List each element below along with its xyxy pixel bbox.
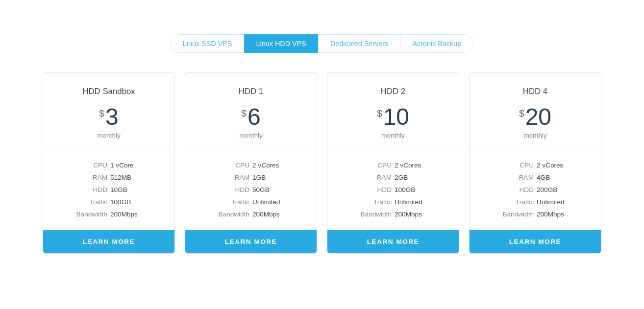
tab-linux-hdd-vps[interactable]: Linux HDD VPS (244, 34, 318, 53)
spec-row: CPU2 vCores (193, 159, 309, 171)
spec-row: Bandwidth200Mbps (335, 208, 451, 220)
card-specs-hdd-sandbox: CPU1 vCoreRAM512MBHDD10GBTraffic100GBBan… (43, 149, 174, 230)
spec-value: 200Mbps (252, 211, 284, 218)
spec-row: RAM4GB (477, 171, 593, 184)
price-period-hdd-4: monthly (479, 132, 591, 139)
card-specs-hdd-4: CPU2 vCoresRAM4GBHDD200GBTrafficUnlimite… (470, 149, 601, 230)
spec-label: Bandwidth (75, 211, 107, 218)
price-amount-hdd-sandbox: 3 (105, 105, 119, 129)
spec-row: HDD100GB (335, 184, 451, 196)
spec-label: CPU (502, 162, 534, 169)
spec-row: RAM1GB (193, 171, 309, 184)
spec-row: CPU2 vCores (335, 159, 451, 171)
spec-label: Traffic (360, 198, 392, 206)
tab-linux-ssd-vps[interactable]: Linux SSD VPS (171, 34, 244, 53)
spec-value: 512MB (110, 174, 142, 181)
spec-label: RAM (502, 174, 534, 181)
spec-label: HDD (218, 186, 249, 193)
learn-more-button-hdd-4[interactable]: LEARN MORE (470, 230, 601, 253)
spec-label: HDD (502, 186, 534, 193)
spec-label: RAM (218, 174, 249, 181)
spec-value: 1 vCore (110, 162, 142, 169)
spec-label: CPU (75, 162, 107, 169)
spec-value: 200Mbps (537, 211, 569, 218)
spec-row: Bandwidth200Mbps (51, 208, 167, 220)
learn-more-button-hdd-1[interactable]: LEARN MORE (185, 230, 317, 253)
spec-row: RAM512MB (51, 171, 167, 184)
spec-label: Traffic (75, 198, 107, 206)
card-name-hdd-2: HDD 2 (337, 87, 449, 96)
spec-value: 2GB (395, 174, 426, 181)
spec-value: 4GB (537, 174, 569, 181)
spec-row: TrafficUnlimited (335, 196, 451, 208)
spec-row: CPU1 vCore (51, 159, 167, 171)
spec-value: 2 vCores (537, 162, 569, 169)
spec-value: 200GB (537, 186, 569, 193)
card-hdd-4: HDD 4$20monthlyCPU2 vCoresRAM4GBHDD200GB… (469, 72, 601, 254)
spec-value: 100GB (110, 198, 142, 206)
card-specs-hdd-2: CPU2 vCoresRAM2GBHDD100GBTrafficUnlimite… (327, 149, 459, 230)
spec-value: 10GB (110, 186, 142, 193)
price-symbol-hdd-1: $ (241, 108, 247, 119)
card-specs-hdd-1: CPU2 vCoresRAM1GBHDD50GBTrafficUnlimited… (185, 149, 317, 230)
spec-value: 2 vCores (395, 162, 426, 169)
spec-label: Bandwidth (218, 211, 249, 218)
spec-label: HDD (75, 186, 107, 193)
spec-label: Traffic (502, 198, 534, 206)
cards-container: HDD Sandbox$3monthlyCPU1 vCoreRAM512MBHD… (28, 72, 616, 254)
tab-acronis-backup[interactable]: Acronis Backup (400, 34, 473, 53)
learn-more-button-hdd-2[interactable]: LEARN MORE (327, 230, 459, 253)
spec-label: RAM (360, 174, 392, 181)
card-hdd-2: HDD 2$10monthlyCPU2 vCoresRAM2GBHDD100GB… (327, 72, 459, 254)
spec-label: CPU (218, 162, 249, 169)
price-amount-hdd-4: 20 (525, 105, 551, 129)
spec-value: 2 vCores (252, 162, 284, 169)
price-symbol-hdd-sandbox: $ (99, 108, 104, 119)
price-symbol-hdd-4: $ (519, 108, 524, 119)
price-amount-hdd-2: 10 (383, 105, 409, 129)
card-name-hdd-sandbox: HDD Sandbox (53, 87, 165, 96)
spec-value: 100GB (395, 186, 426, 193)
card-name-hdd-1: HDD 1 (195, 87, 307, 96)
tab-dedicated-servers[interactable]: Dedicated Servers (318, 34, 400, 53)
price-period-hdd-2: monthly (337, 132, 449, 139)
card-name-hdd-4: HDD 4 (479, 87, 591, 96)
spec-row: HDD10GB (51, 184, 167, 196)
spec-label: HDD (360, 186, 392, 193)
spec-value: 1GB (252, 174, 284, 181)
spec-row: CPU2 vCores (477, 159, 593, 171)
spec-row: Traffic100GB (51, 196, 167, 208)
spec-row: HDD200GB (477, 184, 593, 196)
spec-label: CPU (360, 162, 392, 169)
spec-label: Bandwidth (360, 211, 392, 218)
spec-value: Unlimited (537, 198, 569, 206)
spec-value: 200Mbps (110, 211, 142, 218)
spec-label: RAM (75, 174, 107, 181)
card-hdd-1: HDD 1$6monthlyCPU2 vCoresRAM1GBHDD50GBTr… (185, 72, 317, 254)
spec-row: HDD50GB (193, 184, 309, 196)
learn-more-button-hdd-sandbox[interactable]: LEARN MORE (43, 230, 174, 253)
spec-value: Unlimited (252, 198, 284, 206)
spec-value: 50GB (252, 186, 284, 193)
price-amount-hdd-1: 6 (248, 105, 261, 129)
spec-label: Traffic (218, 198, 249, 206)
price-period-hdd-1: monthly (195, 132, 307, 139)
spec-row: RAM2GB (335, 171, 451, 184)
spec-row: TrafficUnlimited (193, 196, 309, 208)
spec-label: Bandwidth (502, 211, 534, 218)
spec-row: Bandwidth200Mbps (193, 208, 309, 220)
spec-row: Bandwidth200Mbps (477, 208, 593, 220)
spec-row: TrafficUnlimited (477, 196, 593, 208)
price-symbol-hdd-2: $ (377, 108, 382, 119)
card-hdd-sandbox: HDD Sandbox$3monthlyCPU1 vCoreRAM512MBHD… (43, 72, 175, 254)
spec-value: 200Mbps (395, 211, 426, 218)
price-period-hdd-sandbox: monthly (53, 132, 165, 139)
spec-value: Unlimited (395, 198, 426, 206)
tab-bar: Linux SSD VPSLinux HDD VPSDedicated Serv… (171, 34, 474, 53)
